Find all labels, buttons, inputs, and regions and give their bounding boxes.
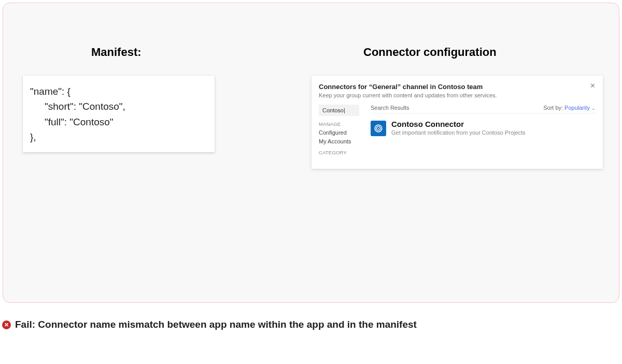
connector-sidebar: Contoso| MANAGE Configured My Accounts C… <box>319 105 366 158</box>
chevron-down-icon: ⌄ <box>591 106 596 111</box>
connector-dialog: ✕ Connectors for “General” channel in Co… <box>312 76 603 169</box>
connector-result-description: Get important notification from your Con… <box>391 129 526 136</box>
sidebar-item-my-accounts[interactable]: My Accounts <box>319 138 366 144</box>
manifest-heading: Manifest: <box>91 46 142 59</box>
connector-dialog-title: Connectors for “General” channel in Cont… <box>319 83 596 91</box>
connector-app-icon <box>371 121 386 136</box>
connector-results-area: Search Results Sort by: Popularity⌄ <box>366 105 596 158</box>
svg-point-2 <box>378 128 379 129</box>
sidebar-item-configured[interactable]: Configured <box>319 129 366 136</box>
connector-dialog-subtitle: Keep your group current with content and… <box>319 92 596 98</box>
sort-by-value: Popularity <box>564 105 590 111</box>
manifest-line-4: }, <box>30 129 207 144</box>
sort-by-label: Sort by: <box>543 105 563 111</box>
example-frame: Manifest: Connector configuration "name"… <box>3 3 619 303</box>
manifest-line-1: "name": { <box>30 84 207 99</box>
sidebar-section-manage: MANAGE <box>319 121 366 127</box>
manifest-line-2: "short": "Contoso", <box>30 99 207 114</box>
sort-by-dropdown[interactable]: Popularity⌄ <box>564 105 596 111</box>
manifest-line-3: "full": "Contoso" <box>30 114 207 129</box>
search-input[interactable]: Contoso| <box>319 105 359 116</box>
connector-heading: Connector configuration <box>363 46 497 59</box>
fail-callout: ✕ Fail: Connector name mismatch between … <box>2 319 417 330</box>
connector-result-item[interactable]: Contoso Connector Get important notifica… <box>371 120 596 136</box>
fail-text: Fail: Connector name mismatch between ap… <box>15 319 417 330</box>
fail-icon: ✕ <box>2 321 11 329</box>
search-results-label: Search Results <box>371 105 543 111</box>
close-icon[interactable]: ✕ <box>590 82 596 90</box>
manifest-snippet-card: "name": { "short": "Contoso", "full": "C… <box>23 76 215 152</box>
sidebar-section-category: CATEGORY <box>319 150 366 155</box>
connector-result-name: Contoso Connector <box>391 120 526 128</box>
